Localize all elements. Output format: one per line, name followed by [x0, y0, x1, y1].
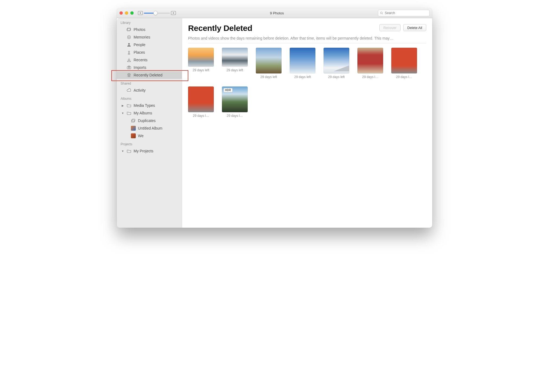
photo-thumbnail[interactable]	[256, 48, 282, 73]
folder-icon	[127, 103, 131, 108]
svg-rect-11	[127, 66, 131, 69]
zoom-out-icon[interactable]	[138, 11, 143, 15]
recents-icon	[127, 57, 131, 62]
photo-card[interactable]: 29 days left	[324, 48, 349, 79]
sidebar-item-label: We	[138, 134, 179, 138]
svg-point-7	[128, 51, 130, 53]
sidebar-item-we[interactable]: We	[117, 132, 182, 140]
photo-card[interactable]: 29 days left	[222, 48, 248, 79]
sidebar-item-recently-deleted[interactable]: Recently Deleted	[117, 71, 182, 79]
photo-caption: 29 days left	[222, 68, 248, 72]
disclosure-triangle-icon[interactable]: ▼	[121, 150, 124, 153]
sidebar-item-duplicates[interactable]: Duplicates	[117, 117, 182, 124]
photo-card[interactable]: 29 days left	[290, 48, 315, 79]
photo-thumbnail[interactable]	[290, 48, 315, 73]
photo-thumbnail[interactable]	[188, 48, 214, 67]
window-minimize-button[interactable]	[125, 11, 128, 15]
sidebar-item-label: Recently Deleted	[134, 73, 179, 77]
sidebar-item-label: Untitled Album	[138, 126, 179, 130]
search-field[interactable]	[378, 10, 429, 16]
window-zoom-button[interactable]	[130, 11, 134, 15]
sidebar-item-label: Places	[134, 50, 179, 54]
header-divider	[188, 43, 426, 43]
search-input[interactable]	[384, 11, 428, 15]
hdr-badge: HDR	[224, 88, 232, 92]
sidebar-section-shared: Shared	[117, 79, 182, 86]
search-icon	[380, 11, 383, 15]
sidebar-item-my-projects[interactable]: ▼ My Projects	[117, 147, 182, 155]
sidebar-item-label: Recents	[134, 58, 179, 62]
photo-thumbnail[interactable]	[222, 48, 248, 67]
sidebar-item-imports[interactable]: Imports	[117, 64, 182, 71]
sidebar-item-untitled-album[interactable]: Untitled Album	[117, 124, 182, 132]
delete-all-button[interactable]: Delete All	[403, 24, 426, 31]
photo-card[interactable]: 29 days left	[256, 48, 282, 79]
svg-rect-13	[128, 66, 130, 67]
sidebar-section-projects: Projects	[117, 140, 182, 147]
sidebar-item-label: My Albums	[134, 111, 179, 115]
sidebar-section-library: Library	[117, 18, 182, 26]
svg-point-0	[380, 12, 382, 14]
svg-line-1	[382, 14, 383, 14]
folder-icon	[127, 149, 131, 153]
photo-card[interactable]: 29 days left	[188, 48, 214, 79]
photo-card[interactable]: 29 days l…	[391, 48, 417, 79]
photo-thumbnail[interactable]	[188, 86, 214, 112]
recover-button[interactable]: Recover	[379, 24, 401, 31]
disclosure-triangle-icon[interactable]: ▶	[121, 104, 124, 107]
sidebar-item-photos[interactable]: Photos	[117, 26, 182, 33]
album-thumbnail-icon	[131, 126, 136, 131]
sidebar-item-label: Memories	[134, 35, 179, 39]
photo-card[interactable]: 29 days l…	[188, 86, 214, 118]
sidebar-item-label: Media Types	[134, 103, 179, 108]
photo-thumbnail[interactable]	[391, 48, 417, 73]
photo-caption: 29 days l…	[188, 114, 214, 118]
photo-card[interactable]: 29 days l…	[357, 48, 383, 79]
photo-caption: 29 days left	[290, 75, 315, 79]
trash-icon	[127, 73, 131, 78]
page-subtitle: Photos and videos show the days remainin…	[188, 36, 426, 40]
window-traffic-lights	[120, 11, 134, 15]
sidebar-item-places[interactable]: Places	[117, 49, 182, 56]
svg-rect-17	[131, 120, 134, 122]
places-icon	[127, 50, 131, 55]
people-icon	[127, 42, 131, 47]
sidebar: Library Photos Memories	[117, 18, 182, 228]
sidebar-item-label: Imports	[134, 65, 179, 70]
svg-point-6	[128, 43, 130, 45]
sidebar-item-recents[interactable]: Recents	[117, 56, 182, 64]
slider-thumb[interactable]	[153, 11, 158, 15]
imports-icon	[127, 65, 131, 70]
disclosure-triangle-icon[interactable]: ▼	[121, 112, 124, 115]
window-close-button[interactable]	[120, 11, 123, 15]
album-thumbnail-icon	[131, 133, 136, 138]
photo-thumbnail[interactable]	[357, 48, 383, 73]
photo-caption: 29 days l…	[391, 75, 417, 79]
photo-caption: 29 days left	[188, 68, 214, 72]
sidebar-item-label: Activity	[134, 88, 179, 92]
photo-thumbnail[interactable]: HDR	[222, 86, 248, 112]
sidebar-item-people[interactable]: People	[117, 41, 182, 49]
sidebar-item-memories[interactable]: Memories	[117, 33, 182, 41]
cloud-icon	[127, 88, 131, 93]
sidebar-section-albums: Albums	[117, 94, 182, 102]
window-toolbar: 9 Photos	[117, 8, 432, 18]
folder-icon	[127, 111, 131, 115]
photo-thumbnail[interactable]	[324, 48, 349, 73]
thumbnail-zoom-group	[138, 11, 176, 15]
zoom-in-icon[interactable]	[171, 11, 176, 15]
photo-card[interactable]: HDR29 days l…	[222, 86, 248, 118]
memories-icon	[127, 35, 131, 40]
photos-icon	[127, 27, 131, 32]
svg-marker-5	[129, 36, 130, 38]
sidebar-item-media-types[interactable]: ▶ Media Types	[117, 102, 182, 109]
svg-rect-16	[132, 119, 135, 121]
sidebar-item-activity[interactable]: Activity	[117, 86, 182, 94]
svg-point-12	[128, 67, 130, 68]
photo-caption: 29 days l…	[222, 114, 248, 118]
sidebar-item-label: Duplicates	[138, 118, 179, 123]
photo-caption: 29 days left	[256, 75, 282, 79]
thumbnail-size-slider[interactable]	[144, 11, 170, 15]
sidebar-item-my-albums[interactable]: ▼ My Albums	[117, 109, 182, 117]
app-window: 9 Photos Library Photos	[117, 8, 432, 228]
